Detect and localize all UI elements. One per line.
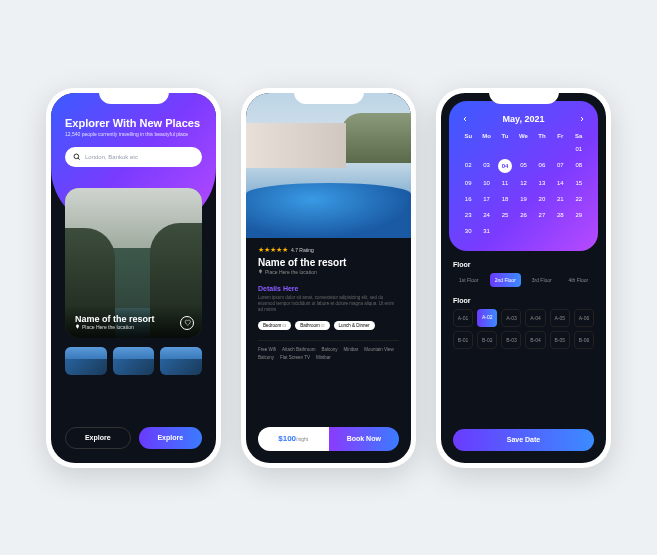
page-title: Explorer With New Places [65,117,202,129]
calendar-card: May, 2021 SuMoTuWeThFrSa0102030405060708… [449,101,598,251]
thumbnail[interactable] [65,347,107,375]
calendar-day[interactable]: 17 [477,193,495,205]
chevron-left-icon [461,115,469,123]
calendar-day[interactable]: 19 [514,193,532,205]
calendar-dow: Th [533,133,551,139]
calendar-day[interactable]: 13 [533,177,551,189]
room-cell[interactable]: B-01 [453,331,473,349]
feature-item: Mountain View [364,347,393,352]
calendar-day[interactable]: 05 [514,159,532,173]
calendar-day[interactable]: 15 [570,177,588,189]
calendar-month: May, 2021 [503,114,545,124]
calendar-dow: Mo [477,133,495,139]
star-icon: ★★★★★ [258,246,288,254]
rooms-label: Floor [453,297,594,304]
calendar-day[interactable]: 11 [496,177,514,189]
calendar-day [459,143,477,155]
calendar-day [496,143,514,155]
calendar-day[interactable]: 18 [496,193,514,205]
heart-icon [184,319,191,326]
calendar-day[interactable]: 01 [570,143,588,155]
save-date-button[interactable]: Save Date [453,429,594,451]
next-month-button[interactable] [576,113,588,125]
resort-location: Place Here the location [75,324,192,330]
floor-chip[interactable]: 1st Floor [453,273,485,287]
calendar-day[interactable]: 09 [459,177,477,189]
calendar-day[interactable]: 03 [477,159,495,173]
prev-month-button[interactable] [459,113,471,125]
favorite-button[interactable] [180,316,194,330]
calendar-day[interactable]: 24 [477,209,495,221]
details-heading: Details Here [258,285,399,292]
calendar-day[interactable]: 04 [498,159,512,173]
room-cell[interactable]: B-03 [501,331,521,349]
feature-item: Flat Screen TV [280,355,310,360]
details-text: Lorem ipsum dolor sit amet, consectetur … [258,295,399,314]
thumbnail[interactable] [160,347,202,375]
calendar-day [514,143,532,155]
thumbnail[interactable] [113,347,155,375]
resort-name: Name of the resort [258,257,399,268]
calendar-day[interactable]: 12 [514,177,532,189]
calendar-day[interactable]: 06 [533,159,551,173]
feature-item: Minibar [344,347,359,352]
room-cell[interactable]: A-02 [477,309,497,327]
floor-chip[interactable]: 2nd Floor [490,273,522,287]
floor-chip[interactable]: 3rd Floor [526,273,558,287]
calendar-day[interactable]: 07 [551,159,569,173]
calendar-day[interactable]: 28 [551,209,569,221]
calendar-day [551,143,569,155]
calendar-day[interactable]: 27 [533,209,551,221]
room-cell[interactable]: A-04 [525,309,545,327]
price-display: $100/night [258,427,329,451]
resort-name: Name of the resort [75,314,192,324]
calendar-day[interactable]: 02 [459,159,477,173]
notch [489,88,559,104]
calendar-day[interactable]: 14 [551,177,569,189]
calendar-day[interactable]: 26 [514,209,532,221]
calendar-dow: Sa [570,133,588,139]
calendar-day [477,143,495,155]
calendar-dow: Fr [551,133,569,139]
calendar-day[interactable]: 21 [551,193,569,205]
room-cell[interactable]: A-05 [550,309,570,327]
calendar-day[interactable]: 08 [570,159,588,173]
calendar-day[interactable]: 25 [496,209,514,221]
svg-point-0 [74,154,79,159]
chevron-right-icon [578,115,586,123]
amenity-pill: Lunch & Dinner [334,321,375,330]
search-icon [73,153,81,161]
calendar-day[interactable]: 23 [459,209,477,221]
room-cell[interactable]: B-05 [550,331,570,349]
explore-button-outline[interactable]: Explore [65,427,131,449]
calendar-day[interactable]: 10 [477,177,495,189]
amenity-pill: Bedroom03 [258,321,291,330]
pin-icon [258,269,263,274]
room-cell[interactable]: A-06 [574,309,594,327]
resort-hero-image [246,93,411,238]
notch [294,88,364,104]
room-cell[interactable]: B-06 [574,331,594,349]
amenity-pill: Bathroom02 [295,321,329,330]
notch [99,88,169,104]
calendar-day[interactable]: 31 [477,225,495,237]
search-input[interactable]: London, Bankok etc [65,147,202,167]
explore-button-filled[interactable]: Explore [139,427,203,449]
calendar-day[interactable]: 20 [533,193,551,205]
floor-chip[interactable]: 4th Floor [563,273,595,287]
calendar-day[interactable]: 16 [459,193,477,205]
calendar-day[interactable]: 30 [459,225,477,237]
floor-label: Floor [453,261,594,268]
room-cell[interactable]: A-01 [453,309,473,327]
room-cell[interactable]: A-03 [501,309,521,327]
book-now-button[interactable]: Book Now [329,427,400,451]
phone-calendar: May, 2021 SuMoTuWeThFrSa0102030405060708… [436,88,611,468]
calendar-day [533,143,551,155]
resort-card[interactable]: Name of the resort Place Here the locati… [65,188,202,338]
room-cell[interactable]: B-02 [477,331,497,349]
room-cell[interactable]: B-04 [525,331,545,349]
amenity-pills: Bedroom03Bathroom02Lunch & Dinner [258,321,399,330]
calendar-day[interactable]: 29 [570,209,588,221]
pin-icon [75,324,80,329]
calendar-day[interactable]: 22 [570,193,588,205]
